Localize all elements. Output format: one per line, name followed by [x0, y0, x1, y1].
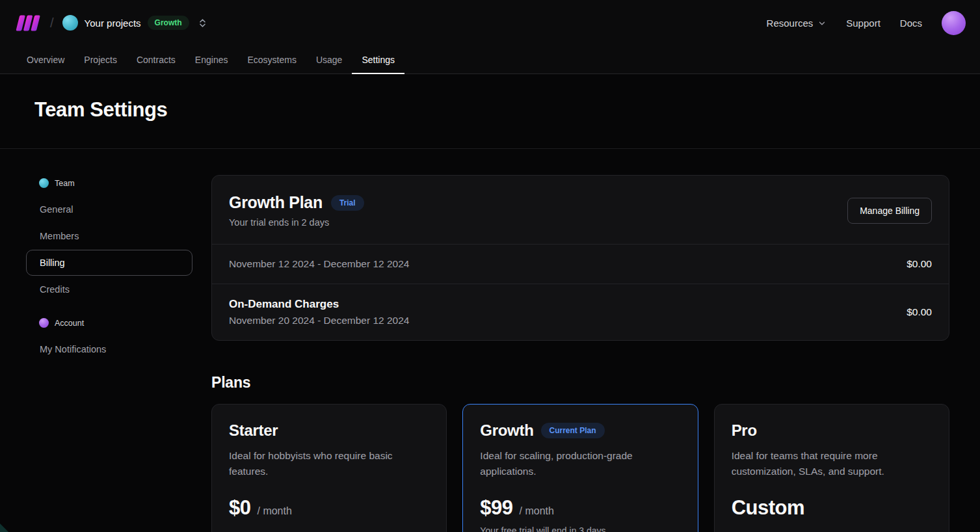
tab-ecosystems[interactable]: Ecosystems	[237, 46, 306, 73]
team-name: Your projects	[85, 18, 141, 29]
sidebar-group-account: Account	[26, 315, 192, 331]
billing-plan-info: Growth Plan Trial Your trial ends in 2 d…	[229, 193, 364, 228]
current-plan-badge: Current Plan	[541, 423, 605, 438]
plans-grid: Starter Ideal for hobbyists who require …	[211, 404, 949, 532]
topbar: / Your projects Growth Resources	[0, 0, 980, 46]
on-demand-charges-title: On-Demand Charges	[229, 298, 409, 311]
settings-sidebar: Team General Members Billing Credits Acc…	[26, 175, 192, 532]
billing-plan-title-row: Growth Plan Trial	[229, 193, 364, 212]
trial-ends-note: Your trial ends in 2 days	[229, 217, 364, 228]
tab-settings[interactable]: Settings	[352, 46, 404, 73]
plan-card-pro: Pro Ideal for teams that require more cu…	[714, 404, 949, 532]
topbar-left: / Your projects Growth	[14, 14, 208, 32]
sidebar-item-my-notifications[interactable]: My Notifications	[26, 336, 192, 362]
plan-pro-price-row: Custom	[732, 496, 932, 520]
sidebar-item-members[interactable]: Members	[26, 223, 192, 249]
support-link[interactable]: Support	[846, 18, 881, 29]
on-demand-charges-period: November 20 2024 - December 12 2024	[229, 315, 409, 326]
on-demand-charges-amount: $0.00	[907, 306, 932, 318]
billing-period-row: November 12 2024 - December 12 2024 $0.0…	[212, 245, 949, 284]
billing-period: November 12 2024 - December 12 2024	[229, 258, 409, 270]
sidebar-item-general[interactable]: General	[26, 196, 192, 222]
team-dot-avatar	[39, 178, 49, 188]
tab-contracts[interactable]: Contracts	[127, 46, 185, 73]
plan-starter-price-row: $0 / month	[229, 496, 429, 520]
docs-link[interactable]: Docs	[900, 18, 922, 29]
plan-pro-price: Custom	[732, 496, 804, 520]
billing-plan-title: Growth Plan	[229, 193, 323, 212]
plan-growth-period: / month	[520, 505, 554, 517]
topbar-right: Resources Support Docs	[767, 11, 966, 35]
plan-starter-title-row: Starter	[229, 421, 429, 440]
plan-growth-price-row: $99 / month	[480, 496, 680, 520]
tab-engines[interactable]: Engines	[185, 46, 238, 73]
account-dot-avatar	[39, 318, 49, 328]
on-demand-charges-info: On-Demand Charges November 20 2024 - Dec…	[229, 298, 409, 326]
thirdweb-logo[interactable]	[14, 14, 42, 32]
sidebar-item-billing[interactable]: Billing	[26, 250, 192, 276]
team-switcher[interactable]: Your projects Growth	[62, 15, 208, 31]
on-demand-charges-row: On-Demand Charges November 20 2024 - Dec…	[212, 284, 949, 340]
team-plan-badge: Growth	[148, 16, 189, 30]
plan-growth-title-row: Growth Current Plan	[480, 421, 680, 440]
corner-artifact	[0, 524, 8, 532]
breadcrumb-separator: /	[50, 16, 54, 31]
plan-pro-title-row: Pro	[732, 421, 932, 440]
user-avatar-button[interactable]	[942, 11, 966, 35]
tab-projects[interactable]: Projects	[74, 46, 127, 73]
plan-card-starter: Starter Ideal for hobbyists who require …	[211, 404, 447, 532]
sidebar-spacer	[26, 303, 192, 315]
content: Team General Members Billing Credits Acc…	[0, 149, 980, 532]
billing-summary-card: Growth Plan Trial Your trial ends in 2 d…	[211, 175, 949, 341]
thirdweb-logo-icon	[14, 14, 42, 32]
plan-starter-name: Starter	[229, 421, 278, 440]
sidebar-group-account-label: Account	[55, 319, 84, 328]
plan-pro-description: Ideal for teams that require more custom…	[732, 448, 932, 479]
billing-period-amount: $0.00	[907, 258, 932, 270]
plan-growth-trial-note: Your free trial will end in 3 days.	[480, 525, 680, 532]
resources-label: Resources	[767, 18, 814, 29]
plan-pro-name: Pro	[732, 421, 757, 440]
billing-card-header: Growth Plan Trial Your trial ends in 2 d…	[212, 176, 949, 245]
sidebar-item-credits[interactable]: Credits	[26, 276, 192, 302]
team-settings-page: / Your projects Growth Resources	[0, 0, 980, 532]
plan-growth-description: Ideal for scaling, production-grade appl…	[480, 448, 680, 479]
manage-billing-button[interactable]: Manage Billing	[847, 198, 932, 224]
sidebar-group-team: Team	[26, 175, 192, 191]
tab-usage[interactable]: Usage	[306, 46, 352, 73]
billing-main: Growth Plan Trial Your trial ends in 2 d…	[211, 175, 949, 532]
page-header: Team Settings	[0, 74, 980, 149]
plans-heading: Plans	[211, 374, 949, 392]
plan-starter-description: Ideal for hobbyists who require basic fe…	[229, 448, 429, 479]
plan-growth-name: Growth	[480, 421, 533, 440]
dashboard-tabbar: Overview Projects Contracts Engines Ecos…	[0, 46, 980, 74]
plan-starter-period: / month	[257, 505, 291, 517]
page-title: Team Settings	[34, 98, 946, 122]
sidebar-group-team-label: Team	[55, 179, 75, 188]
tab-overview[interactable]: Overview	[17, 46, 74, 73]
chevron-up-down-icon	[197, 18, 208, 29]
plan-card-growth: Growth Current Plan Ideal for scaling, p…	[462, 404, 698, 532]
plan-growth-price: $99	[480, 496, 512, 520]
plan-starter-price: $0	[229, 496, 250, 520]
trial-badge: Trial	[331, 195, 364, 211]
chevron-down-icon	[817, 18, 827, 28]
resources-menu[interactable]: Resources	[767, 18, 827, 29]
team-avatar	[62, 15, 78, 31]
